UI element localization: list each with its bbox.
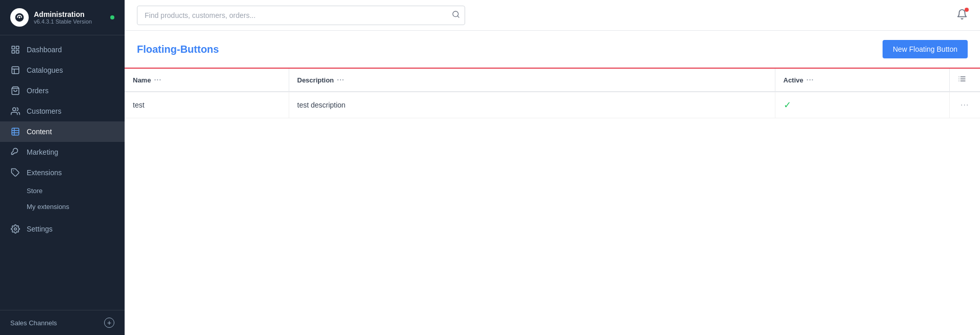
th-name-options[interactable]: ···	[154, 76, 162, 84]
th-name: Name ···	[125, 69, 289, 92]
store-label: Store	[27, 187, 43, 195]
table-body: test test description ✓ ···	[125, 92, 980, 118]
notification-dot	[965, 8, 969, 12]
cell-name: test	[125, 92, 289, 118]
app-logo	[10, 8, 29, 27]
svg-rect-10	[12, 128, 19, 135]
cell-active: ✓	[775, 92, 949, 118]
customers-label: Customers	[27, 107, 62, 115]
table-header-row: Name ··· Description ··· Active ··	[125, 69, 980, 92]
th-active-options[interactable]: ···	[807, 76, 814, 84]
table-row: test test description ✓ ···	[125, 92, 980, 118]
th-description-label: Description	[297, 76, 334, 84]
marketing-icon	[10, 147, 21, 157]
orders-label: Orders	[27, 87, 49, 95]
topbar	[125, 0, 980, 31]
sidebar-item-store[interactable]: Store	[0, 183, 125, 199]
th-description-options[interactable]: ···	[337, 76, 345, 84]
svg-rect-4	[12, 51, 14, 53]
sidebar-item-my-extensions[interactable]: My extensions	[0, 199, 125, 215]
search-wrapper	[137, 6, 465, 25]
sidebar-item-orders[interactable]: Orders	[0, 80, 125, 101]
status-dot	[110, 15, 114, 19]
customers-icon	[10, 106, 21, 116]
settings-icon	[10, 224, 21, 234]
sidebar-item-content[interactable]: Content	[0, 121, 125, 142]
svg-point-15	[14, 228, 17, 231]
catalogues-icon	[10, 65, 21, 75]
sidebar-item-extensions[interactable]: Extensions	[0, 162, 125, 183]
page-header: Floating-Buttons New Floating Button	[125, 31, 980, 69]
sidebar-item-dashboard[interactable]: Dashboard	[0, 39, 125, 60]
extensions-icon	[10, 168, 21, 178]
dashboard-label: Dashboard	[27, 46, 62, 54]
th-active-label: Active	[784, 76, 804, 84]
sidebar-footer: Sales Channels +	[0, 310, 125, 335]
th-active: Active ···	[775, 69, 949, 92]
content-label: Content	[27, 128, 52, 136]
sidebar-item-customers[interactable]: Customers	[0, 101, 125, 121]
orders-icon	[10, 86, 21, 96]
row-description-value: test description	[297, 101, 346, 109]
my-extensions-label: My extensions	[27, 203, 69, 211]
th-description: Description ···	[289, 69, 775, 92]
row-actions-button[interactable]: ···	[961, 100, 969, 109]
sidebar-item-marketing[interactable]: Marketing	[0, 142, 125, 162]
extensions-label: Extensions	[27, 169, 62, 177]
cell-row-actions: ···	[949, 92, 980, 118]
sales-channels-add-button[interactable]: +	[104, 318, 114, 328]
notification-bell[interactable]	[956, 9, 968, 22]
svg-point-0	[18, 16, 20, 18]
list-view-icon[interactable]	[958, 76, 966, 85]
topbar-right	[956, 9, 968, 22]
app-version: v6.4.3.1 Stable Version	[34, 18, 110, 25]
sidebar-item-settings[interactable]: Settings	[0, 219, 125, 239]
svg-line-17	[457, 16, 459, 17]
th-list-toggle	[949, 69, 980, 92]
main-content: Floating-Buttons New Floating Button Nam…	[125, 0, 980, 335]
sidebar-header: Administration v6.4.3.1 Stable Version	[0, 0, 125, 35]
cell-description: test description	[289, 92, 775, 118]
marketing-label: Marketing	[27, 148, 58, 156]
app-name: Administration	[34, 10, 110, 18]
sidebar: Administration v6.4.3.1 Stable Version D…	[0, 0, 125, 335]
page-title: Floating-Buttons	[137, 44, 219, 55]
dashboard-icon	[10, 45, 21, 55]
sidebar-item-catalogues[interactable]: Catalogues	[0, 60, 125, 80]
svg-rect-3	[16, 51, 19, 53]
sidebar-title-block: Administration v6.4.3.1 Stable Version	[34, 10, 110, 25]
svg-point-9	[13, 108, 16, 111]
search-input[interactable]	[137, 6, 465, 25]
table-area: Name ··· Description ··· Active ··	[125, 69, 980, 335]
sidebar-nav: Dashboard Catalogues Orders	[0, 35, 125, 310]
row-name-value: test	[133, 101, 145, 109]
settings-label: Settings	[27, 225, 53, 233]
th-name-label: Name	[133, 76, 151, 84]
content-icon	[10, 127, 21, 137]
svg-rect-2	[16, 46, 19, 49]
sales-channels-label: Sales Channels	[10, 319, 57, 327]
new-floating-button[interactable]: New Floating Button	[883, 40, 968, 58]
catalogues-label: Catalogues	[27, 66, 63, 74]
active-check-icon: ✓	[784, 100, 791, 110]
search-icon	[452, 10, 460, 20]
floating-buttons-table: Name ··· Description ··· Active ··	[125, 69, 980, 118]
svg-rect-1	[12, 46, 14, 49]
svg-rect-5	[12, 67, 19, 74]
